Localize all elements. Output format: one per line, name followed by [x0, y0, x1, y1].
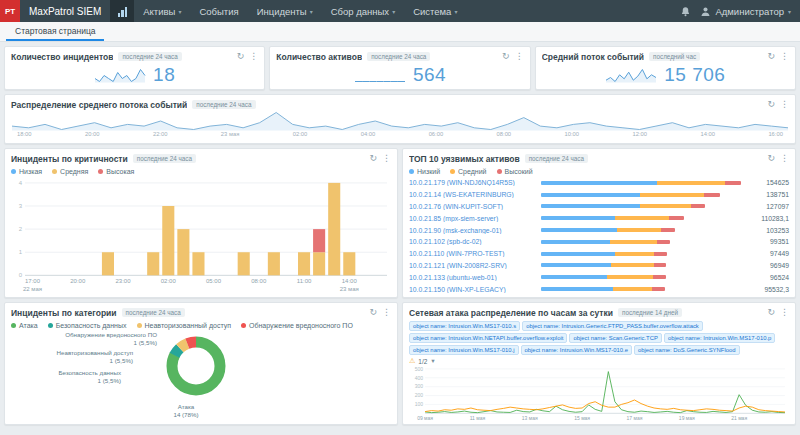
asset-value: 97449 [745, 250, 789, 257]
filter-chip[interactable]: object name: Intrusion.Win.NETAPI.buffer… [409, 333, 567, 343]
table-row: 10.0.21.85 (mpx-siem-server)110283,1 [409, 213, 789, 224]
flow-area-chart [11, 111, 789, 131]
asset-value: 96949 [745, 262, 789, 269]
card-title: Средний поток событий [542, 52, 644, 62]
asset-link[interactable]: 10.0.21.102 (spb-dc-02) [409, 238, 537, 245]
svg-text:100: 100 [415, 402, 424, 407]
nav-item-events[interactable]: События [190, 0, 247, 22]
svg-text:15 мая: 15 мая [574, 416, 590, 421]
legend-item[interactable]: Обнаружение вредоносного ПО [241, 322, 353, 329]
refresh-icon[interactable]: ↻ [369, 154, 377, 163]
kebab-menu-icon[interactable]: ⋮ [780, 308, 789, 317]
refresh-icon[interactable]: ↻ [767, 308, 775, 317]
kebab-menu-icon[interactable]: ⋮ [249, 52, 258, 61]
kebab-menu-icon[interactable]: ⋮ [780, 100, 789, 109]
filter-chip[interactable]: object name: Intrusion.Win.MS17-010.s [409, 321, 520, 331]
caret-down-icon[interactable]: ▼ [430, 358, 435, 364]
asset-link[interactable]: 10.0.21.85 (mpx-siem-server) [409, 215, 537, 222]
svg-text:21 мая: 21 мая [731, 416, 747, 421]
svg-text:19 мая: 19 мая [679, 416, 695, 421]
filter-chip[interactable]: object name: Intrusion.Generic.FTPD_PASS… [522, 321, 703, 331]
legend-item[interactable]: Низкая [11, 168, 42, 175]
asset-link[interactable]: 10.0.21.90 (msk-exchange-01) [409, 227, 537, 234]
legend-item[interactable]: Неавторизованный доступ [137, 322, 231, 329]
filter-chip[interactable]: object name: Intrusion.Win.MS17-010.e [521, 345, 632, 355]
incidents-sparkline [94, 68, 146, 83]
user-icon [700, 6, 711, 17]
asset-link[interactable]: 10.0.21.14 (WS-EKATERINBURG) [409, 191, 537, 198]
legend-item[interactable]: Безопасность данных [48, 322, 127, 329]
refresh-icon[interactable]: ↻ [767, 154, 775, 163]
pt-logo[interactable]: PT [0, 0, 20, 22]
event-flow-value: 15 706 [664, 64, 725, 86]
filter-chip[interactable]: object name: DoS.Generic.SYNFlood [634, 345, 740, 355]
kebab-menu-icon[interactable]: ⋮ [780, 52, 789, 61]
kpi-row: Количество инцидентов последние 24 часа … [4, 46, 796, 90]
kebab-menu-icon[interactable]: ⋮ [780, 154, 789, 163]
asset-link[interactable]: 10.0.21.121 (WIN-2008R2-SRV) [409, 262, 537, 269]
asset-link[interactable]: 10.0.21.76 (WIN-KUPIT-SOFT) [409, 203, 537, 210]
kebab-menu-icon[interactable]: ⋮ [515, 52, 524, 61]
refresh-icon[interactable]: ↻ [767, 100, 775, 109]
flow-x-labels: 18:0020:0022:0023 мая02:0004:0006:0008:0… [11, 131, 789, 137]
flow-row: Распределение среднего потока событий по… [4, 94, 796, 144]
kebab-menu-icon[interactable]: ⋮ [382, 308, 391, 317]
donut-area: Обнаружение вредоносного ПО1 (5,5%)Неавт… [11, 331, 391, 422]
svg-text:2: 2 [19, 226, 22, 232]
x-axis-label: 22:00 [153, 131, 168, 137]
card-assets-count: Количество активов последние 24 часа ↻ ⋮… [269, 46, 530, 90]
legend-item[interactable]: Высокая [98, 168, 134, 175]
card-incidents-by-category: Инциденты по категории последние 24 часа… [4, 302, 398, 425]
x-axis-label: 04:00 [361, 131, 376, 137]
kebab-menu-icon[interactable]: ⋮ [382, 154, 391, 163]
nav-item-system[interactable]: Система▾ [404, 0, 466, 22]
dashboard-icon[interactable] [110, 0, 134, 22]
tab-start-page[interactable]: Стартовая страница [6, 22, 104, 41]
donut-label: Обнаружение вредоносного ПО1 (5,5%) [29, 331, 157, 347]
categories-donut-chart [161, 331, 231, 401]
period-badge: последний час [649, 52, 700, 61]
asset-link[interactable]: 10.0.21.133 (ubuntu-web-01) [409, 274, 537, 281]
filter-chip[interactable]: object name: Intrusion.Win.MS17-010.p [664, 333, 775, 343]
table-row: 10.0.21.150 (WIN-XP-LEGACY)95532,3 [409, 284, 789, 295]
nav-menu: Активы▾СобытияИнциденты▾Сбор данных▾Сист… [134, 0, 466, 22]
chips: object name: Intrusion.Win.MS17-010.sobj… [409, 321, 789, 355]
legend-item[interactable]: Средний [450, 168, 486, 175]
svg-text:0: 0 [19, 272, 23, 278]
nav-item-assets[interactable]: Активы▾ [134, 0, 190, 22]
nav-item-incidents[interactable]: Инциденты▾ [248, 0, 322, 22]
table-row: 10.0.21.133 (ubuntu-web-01)96524 [409, 272, 789, 283]
table-row: 10.0.21.179 (WIN-NDJ6NQ14R5S)154625 [409, 177, 789, 188]
legend-item[interactable]: Высокий [497, 168, 533, 175]
card-title: Инциденты по категории [11, 308, 117, 318]
svg-text:4: 4 [19, 180, 23, 186]
notifications-bell-icon[interactable] [680, 6, 691, 17]
legend-item[interactable]: Атака [11, 322, 38, 329]
refresh-icon[interactable]: ↻ [369, 308, 377, 317]
x-axis-label: 10:00 [565, 131, 580, 137]
incidents-value: 18 [153, 64, 175, 86]
x-axis-label: 02:00 [293, 131, 308, 137]
svg-text:400: 400 [415, 376, 424, 381]
svg-text:1: 1 [19, 249, 23, 255]
refresh-icon[interactable]: ↻ [502, 52, 510, 61]
legend-item[interactable]: Низкий [409, 168, 440, 175]
warning-icon[interactable]: ⚠ [409, 357, 415, 365]
legend-item[interactable]: Средняя [52, 168, 88, 175]
nav-item-data-collection[interactable]: Сбор данных▾ [322, 0, 404, 22]
svg-text:05:00: 05:00 [206, 278, 222, 284]
refresh-icon[interactable]: ↻ [237, 52, 245, 61]
filter-chip[interactable]: object name: Intrusion.Win.MS17-010.j [409, 345, 519, 355]
user-menu[interactable]: Администратор ▾ [700, 6, 791, 17]
asset-stacked-bar [541, 228, 741, 232]
svg-text:02:00: 02:00 [161, 278, 177, 284]
card-event-flow: Средний поток событий последний час ↻ ⋮ … [535, 46, 796, 90]
filter-chip[interactable]: object name: Scan.Generic.TCP [569, 333, 661, 343]
asset-link[interactable]: 10.0.21.110 (WIN-7PRO-TEST) [409, 250, 537, 257]
table-row: 10.0.21.76 (WIN-KUPIT-SOFT)127097 [409, 201, 789, 212]
asset-value: 96524 [745, 274, 789, 281]
asset-link[interactable]: 10.0.21.179 (WIN-NDJ6NQ14R5S) [409, 179, 537, 186]
asset-value: 138751 [745, 191, 789, 198]
refresh-icon[interactable]: ↻ [767, 52, 775, 61]
asset-link[interactable]: 10.0.21.150 (WIN-XP-LEGACY) [409, 286, 537, 293]
